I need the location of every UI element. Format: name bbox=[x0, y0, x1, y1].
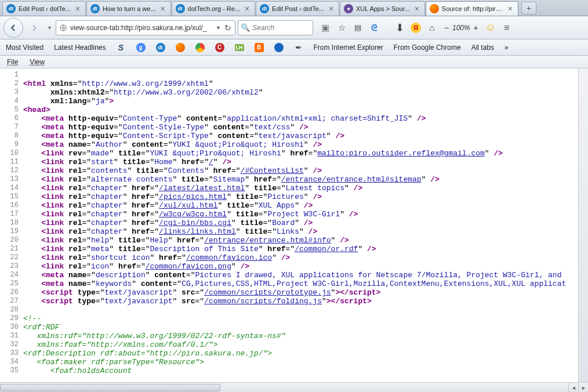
line-code[interactable]: <foaf:holdsAccount bbox=[23, 366, 588, 375]
line-code[interactable]: <meta name="keywords" content="CG,Pictur… bbox=[23, 280, 588, 288]
navigation-toolbar: ▾ ▼ ↻ 🔍 ▣ ☆ ▤ ᘓ ⬇ Я ⌂ − 100% + ☺ ≡ bbox=[0, 16, 588, 39]
line-code[interactable]: <link rel="chapter" href="/pics/pics.htm… bbox=[23, 193, 588, 201]
downloads-icon[interactable]: ⬇ bbox=[393, 21, 406, 34]
line-code[interactable]: <meta http-equiv="Content-Script-Type" c… bbox=[23, 132, 588, 140]
browser-tab[interactable]: ✦XUL Apps > Sour...× bbox=[340, 1, 425, 16]
line-code[interactable]: xml:lang="ja"> bbox=[23, 97, 588, 106]
line-code[interactable]: xmlns:xhtml2="http://www.w3.org/2002/06/… bbox=[23, 88, 588, 97]
url-input[interactable] bbox=[70, 24, 213, 32]
line-code[interactable]: <link rev="made" title="YUKI &quot;Piro&… bbox=[23, 149, 588, 158]
line-code[interactable]: <html xmlns="http://www.w3.org/1999/xhtm… bbox=[23, 79, 588, 88]
line-code[interactable]: <link rel="chapter" href="/cgi-bin/bbs.c… bbox=[23, 219, 588, 227]
browser-tab[interactable]: dtHow to turn a we...× bbox=[86, 1, 171, 16]
source-line: 9 <meta name="Author" content="YUKI &quo… bbox=[0, 140, 588, 149]
menu-file[interactable]: File bbox=[2, 57, 23, 67]
bookmark-item[interactable]: LH bbox=[233, 42, 246, 53]
search-bar[interactable]: 🔍 bbox=[238, 20, 313, 35]
bookmark-item[interactable]: g bbox=[134, 42, 148, 53]
line-code[interactable]: <link rel="shortcut icon" href="/common/… bbox=[23, 253, 588, 262]
menu-view[interactable]: View bbox=[25, 57, 49, 67]
line-code[interactable]: <link rel="meta" title="Description of T… bbox=[23, 245, 588, 253]
bookmark-item[interactable]: From Google Chrome bbox=[391, 42, 463, 53]
line-code[interactable]: <link rel="chapter" href="/xul/xul.html"… bbox=[23, 201, 588, 210]
source-line: 6 <meta http-equiv="Content-Type" conten… bbox=[0, 114, 588, 123]
browser-tab[interactable]: dtEdit Post ‹ dotTe...× bbox=[256, 1, 339, 16]
line-code[interactable]: <meta http-equiv="Content-Type" content=… bbox=[23, 114, 588, 123]
line-code[interactable]: <link rel="help" title="Help" href="/ent… bbox=[23, 236, 588, 245]
tab-close-icon[interactable]: × bbox=[506, 5, 514, 13]
line-code[interactable]: <script type="text/javascript" src="/com… bbox=[23, 297, 588, 306]
bookmark-item[interactable]: C bbox=[213, 42, 227, 53]
line-code[interactable]: <rdf:RDF bbox=[23, 323, 588, 332]
zoom-in-button[interactable]: + bbox=[471, 23, 481, 32]
bookmark-star-icon[interactable]: ☆ bbox=[335, 21, 348, 34]
line-code[interactable] bbox=[23, 306, 588, 314]
scrollbar-thumb[interactable] bbox=[0, 384, 220, 391]
line-code[interactable]: <link rel="chapter" href="/links/links.h… bbox=[23, 227, 588, 236]
url-bar[interactable]: ▼ ↻ bbox=[56, 20, 235, 35]
tab-close-icon[interactable]: × bbox=[74, 5, 82, 13]
line-code[interactable]: <link rel="chapter" href="/w3cg/w3cg.htm… bbox=[23, 210, 588, 219]
bookmark-favicon bbox=[195, 43, 205, 52]
home-icon[interactable]: ⌂ bbox=[426, 21, 438, 34]
line-code[interactable]: xmlns:rdf="http://www.w3.org/1999/02/22-… bbox=[23, 332, 588, 340]
webcam-icon[interactable]: ▣ bbox=[319, 21, 332, 34]
line-code[interactable]: <foaf:maker rdf:parseType="Resource"> bbox=[23, 358, 588, 366]
new-tab-button[interactable]: + bbox=[521, 2, 536, 14]
scroll-right-icon[interactable]: ▸ bbox=[578, 383, 588, 393]
reload-button[interactable]: ↻ bbox=[223, 23, 233, 32]
tab-close-icon[interactable]: × bbox=[243, 5, 251, 13]
tab-close-icon[interactable]: × bbox=[413, 5, 421, 13]
line-code[interactable]: <rdf:Description rdf:about="http://piro.… bbox=[23, 349, 588, 358]
zoom-out-button[interactable]: − bbox=[442, 23, 451, 32]
bookmark-item[interactable]: S bbox=[114, 42, 128, 53]
bookmark-item[interactable]: ✒ bbox=[292, 42, 306, 53]
line-code[interactable]: <head> bbox=[23, 106, 588, 114]
line-code[interactable]: <link rel="contents" title="Contents" hr… bbox=[23, 166, 588, 175]
line-code[interactable]: <script type="text/javascript" src="/com… bbox=[23, 288, 588, 297]
site-identity-icon[interactable] bbox=[59, 23, 68, 32]
source-line: 24 <meta name="description" content="Pic… bbox=[0, 271, 588, 280]
line-number: 13 bbox=[0, 175, 23, 184]
bookmark-item[interactable] bbox=[193, 42, 207, 53]
bookmark-item[interactable]: Most Visited bbox=[3, 42, 46, 53]
line-code[interactable]: <meta name="Author" content="YUKI &quot;… bbox=[23, 140, 588, 149]
yandex-icon[interactable]: Я bbox=[409, 21, 422, 34]
tab-close-icon[interactable]: × bbox=[159, 5, 167, 13]
tab-close-icon[interactable]: × bbox=[327, 5, 335, 13]
menu-icon[interactable]: ≡ bbox=[500, 21, 513, 34]
bookmark-item[interactable]: From Internet Explorer bbox=[311, 42, 386, 53]
bookmark-item[interactable] bbox=[173, 42, 187, 53]
line-code[interactable]: xmlns:foaf="http://xmlns.com/foaf/0.1/"> bbox=[23, 340, 588, 349]
url-dropdown-icon[interactable]: ▼ bbox=[216, 25, 221, 31]
browser-tab[interactable]: dtEdit Post ‹ dotTe...× bbox=[2, 1, 86, 16]
line-code[interactable]: <link rel="alternate contents" title="Si… bbox=[23, 175, 588, 184]
bookmark-item[interactable] bbox=[272, 42, 286, 53]
source-content[interactable]: 12<html xmlns="http://www.w3.org/1999/xh… bbox=[0, 68, 588, 378]
scroll-left-icon[interactable]: ◂ bbox=[568, 383, 578, 393]
bookmarks-overflow-icon[interactable]: » bbox=[502, 42, 511, 53]
back-button[interactable] bbox=[3, 18, 23, 38]
horizontal-scrollbar[interactable]: ◂ ▸ bbox=[0, 382, 588, 392]
vertical-scrollbar[interactable] bbox=[578, 68, 588, 382]
source-line: 3 xmlns:xhtml2="http://www.w3.org/2002/0… bbox=[0, 88, 588, 97]
line-code[interactable]: <link rel="icon" href="/common/favicon.p… bbox=[23, 262, 588, 271]
line-number: 19 bbox=[0, 227, 23, 236]
browser-tab[interactable]: Source of: http://piro...× bbox=[426, 1, 518, 16]
browser-tab[interactable]: dtdotTech.org - Re...× bbox=[172, 1, 256, 16]
reader-icon[interactable]: ▤ bbox=[351, 21, 364, 34]
bookmark-item[interactable]: Latest Headlines bbox=[52, 42, 108, 53]
bookmark-item[interactable]: All tabs bbox=[469, 42, 496, 53]
history-dropdown-icon[interactable]: ▾ bbox=[45, 19, 53, 37]
smiley-icon[interactable]: ☺ bbox=[484, 21, 497, 34]
line-code[interactable]: <link rel="chapter" href="/latest/latest… bbox=[23, 184, 588, 193]
bookmark-item[interactable]: B bbox=[252, 42, 266, 53]
line-code[interactable]: <link rel="start" title="Home" href="/" … bbox=[23, 158, 588, 166]
gesture-icon[interactable]: ᘓ bbox=[368, 21, 380, 34]
line-code[interactable]: <meta name="description" content="Pictur… bbox=[23, 271, 588, 280]
line-code[interactable] bbox=[23, 71, 588, 79]
line-code[interactable]: <!-- bbox=[23, 314, 588, 323]
line-number: 14 bbox=[0, 184, 23, 193]
line-code[interactable]: <meta http-equiv="Content-Style-Type" co… bbox=[23, 123, 588, 132]
bookmark-item[interactable]: dt bbox=[154, 42, 168, 53]
